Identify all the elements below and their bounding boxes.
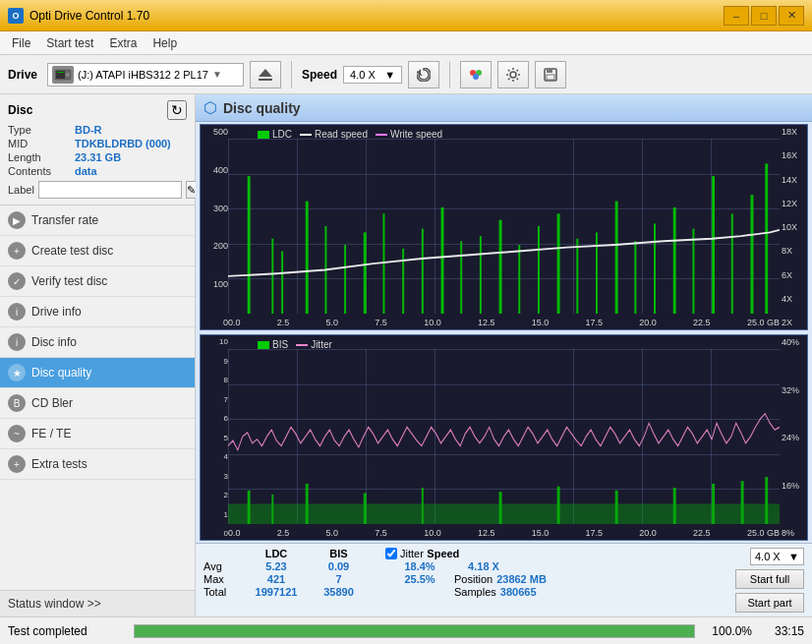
start-full-button[interactable]: Start full (735, 569, 804, 589)
bis-chart: 10 9 8 7 6 5 4 3 2 1 0 40% 32% 24% 16% (200, 334, 808, 541)
svg-rect-49 (557, 487, 560, 524)
nav-item-fe-te[interactable]: ~ FE / TE (0, 419, 195, 449)
svg-point-10 (510, 72, 516, 78)
svg-rect-14 (248, 176, 251, 314)
speed-selector[interactable]: 4.0 X ▼ (343, 66, 402, 84)
svg-rect-41 (765, 163, 768, 314)
avg-ldc-value: 5.23 (241, 560, 312, 572)
speed-col-header: Speed (424, 548, 463, 559)
charts-area: 500 400 300 200 100 0 18X 16X 14X 12X 10… (196, 122, 812, 616)
nav-item-disc-info[interactable]: i Disc info (0, 327, 195, 358)
nav-label-transfer-rate: Transfer rate (31, 213, 98, 227)
ldc-chart-svg (228, 139, 780, 314)
nav-item-disc-quality[interactable]: ★ Disc quality (0, 358, 195, 388)
svg-rect-30 (557, 213, 560, 314)
disc-refresh-button[interactable]: ↻ (167, 100, 187, 120)
total-row-label: Total (203, 586, 241, 598)
svg-rect-32 (596, 232, 598, 314)
menu-file[interactable]: File (4, 34, 38, 52)
save-button[interactable] (535, 61, 566, 88)
disc-mid-value: TDKBLDRBD (000) (75, 138, 171, 149)
nav-item-create-test-disc[interactable]: + Create test disc (0, 236, 195, 266)
svg-rect-44 (271, 495, 273, 524)
svg-rect-15 (271, 239, 273, 314)
svg-point-2 (66, 73, 70, 77)
drive-label: Drive (8, 68, 37, 82)
maximize-button[interactable]: □ (751, 6, 777, 26)
nav-item-extra-tests[interactable]: + Extra tests (0, 449, 195, 480)
position-value: 23862 MB (496, 573, 547, 585)
cd-bler-icon: B (8, 394, 26, 412)
svg-rect-52 (712, 484, 715, 524)
nav-item-drive-info[interactable]: i Drive info (0, 297, 195, 327)
disc-panel: Disc ↻ Type BD-R MID TDKBLDRBD (000) Len… (0, 94, 195, 205)
svg-rect-25 (460, 241, 462, 314)
svg-rect-3 (57, 72, 64, 73)
max-bis-value: 7 (312, 573, 366, 585)
extra-tests-icon: + (8, 455, 26, 473)
disc-section-title: Disc (8, 103, 32, 117)
jitter-checkbox-container: Jitter (385, 548, 424, 559)
disc-info-icon: i (8, 333, 26, 351)
disc-quality-header-icon: ⬡ (203, 98, 217, 117)
svg-rect-17 (306, 202, 309, 314)
svg-rect-13 (547, 75, 554, 80)
sidebar: Disc ↻ Type BD-R MID TDKBLDRBD (000) Len… (0, 94, 196, 616)
nav-item-cd-bler[interactable]: B CD Bler (0, 388, 195, 419)
nav-label-disc-quality: Disc quality (31, 366, 91, 380)
settings-button[interactable] (497, 61, 529, 88)
toolbar-separator-2 (449, 61, 450, 88)
max-jitter-value: 25.5% (385, 573, 454, 585)
svg-rect-38 (712, 176, 715, 314)
speed-refresh-button[interactable] (408, 61, 439, 88)
status-window-button[interactable]: Status window >> (0, 590, 195, 616)
menu-extra[interactable]: Extra (101, 34, 145, 52)
jitter-checkbox[interactable] (385, 548, 397, 559)
svg-rect-47 (422, 488, 424, 524)
status-window-label: Status window >> (8, 597, 101, 611)
close-button[interactable]: ✕ (779, 6, 804, 26)
disc-label-label: Label (8, 184, 34, 196)
bis-y-axis-right: 40% 32% 24% 16% 8% (780, 335, 807, 540)
verify-test-disc-icon: ✓ (8, 272, 26, 290)
transfer-rate-icon: ▶ (8, 211, 26, 229)
svg-rect-22 (402, 249, 404, 314)
elapsed-time: 33:15 (760, 624, 804, 638)
svg-rect-12 (547, 69, 552, 73)
svg-rect-33 (615, 202, 618, 314)
menu-start-test[interactable]: Start test (38, 34, 101, 52)
nav-item-verify-test-disc[interactable]: ✓ Verify test disc (0, 266, 195, 297)
disc-length-value: 23.31 GB (75, 151, 121, 163)
nav-item-transfer-rate[interactable]: ▶ Transfer rate (0, 205, 195, 236)
window-controls: – □ ✕ (724, 6, 804, 26)
avg-row-label: Avg (203, 560, 241, 572)
status-text: Test completed (8, 624, 126, 638)
nav-label-fe-te: FE / TE (31, 427, 71, 440)
svg-rect-19 (344, 245, 346, 314)
titlebar: O Opti Drive Control 1.70 – □ ✕ (0, 0, 812, 31)
jitter-label: Jitter (400, 548, 424, 559)
drive-selector[interactable]: (J:) ATAPI iHBS312 2 PL17 ▼ (47, 63, 244, 87)
drive-eject-button[interactable] (250, 61, 281, 88)
color-button[interactable] (460, 61, 492, 88)
minimize-button[interactable]: – (724, 6, 749, 26)
bis-y-axis-left: 10 9 8 7 6 5 4 3 2 1 0 (201, 335, 228, 540)
sidebar-nav: ▶ Transfer rate + Create test disc ✓ Ver… (0, 205, 195, 590)
stats-speed-dropdown[interactable]: 4.0 X ▼ (750, 548, 804, 565)
avg-jitter-value: 18.4% (385, 560, 454, 572)
app-title: Opti Drive Control 1.70 (29, 9, 724, 23)
stats-panel: LDC BIS Jitter Speed Avg (196, 543, 812, 616)
speed-label: Speed (302, 68, 337, 82)
nav-label-extra-tests: Extra tests (31, 457, 87, 471)
samples-label: Samples (454, 586, 496, 598)
menu-help[interactable]: Help (145, 34, 185, 52)
disc-label-input[interactable] (38, 181, 182, 199)
app-icon: O (8, 8, 24, 24)
start-part-button[interactable]: Start part (735, 593, 804, 613)
create-test-disc-icon: + (8, 242, 26, 260)
svg-rect-29 (538, 226, 540, 314)
disc-mid-label: MID (8, 138, 75, 149)
svg-point-9 (473, 74, 479, 80)
svg-rect-35 (654, 223, 656, 314)
svg-rect-50 (615, 491, 618, 524)
